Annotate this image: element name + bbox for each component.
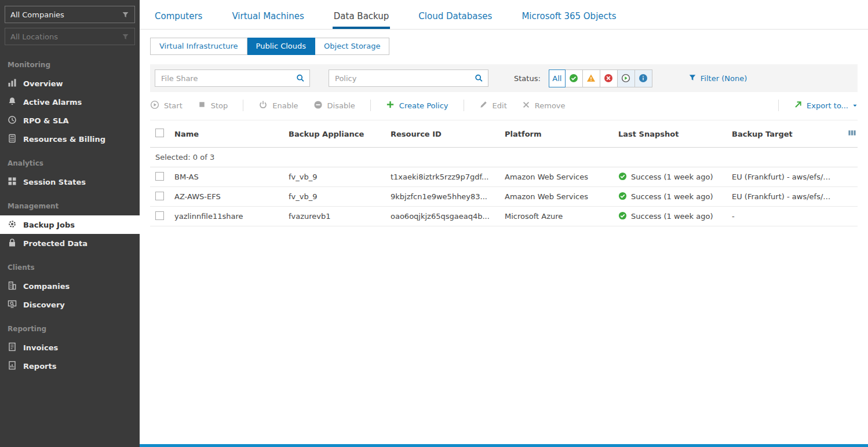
billing-icon xyxy=(8,134,17,145)
row-checkbox[interactable] xyxy=(155,211,164,220)
status-filter-success[interactable] xyxy=(565,69,583,87)
status-filter-info[interactable] xyxy=(634,69,652,87)
toolbar-separator xyxy=(243,100,243,111)
sidebar-item-reports[interactable]: Reports xyxy=(0,357,140,375)
stop-label: Stop xyxy=(211,101,228,110)
sidebar: All Companies All Locations Monitoring O… xyxy=(0,0,140,447)
cell-backup-target: EU (Frankfurt) - aws/efs/a... xyxy=(732,192,838,201)
sidebar-item-backup-jobs[interactable]: Backup Jobs xyxy=(0,215,140,234)
toolbar-separator xyxy=(464,100,464,111)
funnel-icon xyxy=(122,11,129,19)
sidebar-item-protected-data[interactable]: Protected Data xyxy=(0,234,140,252)
cell-last-snapshot: Success (1 week ago) xyxy=(618,211,732,222)
success-icon xyxy=(618,211,627,222)
cell-backup-appliance: fv_vb_9 xyxy=(289,173,391,181)
column-header-backup-appliance[interactable]: Backup Appliance xyxy=(289,130,391,138)
select-all-checkbox[interactable] xyxy=(155,129,164,137)
column-header-platform[interactable]: Platform xyxy=(505,130,618,138)
column-header-name[interactable]: Name xyxy=(174,130,289,138)
start-button[interactable]: Start xyxy=(150,100,183,111)
column-header-backup-target[interactable]: Backup Target xyxy=(732,130,838,138)
enable-button[interactable]: Enable xyxy=(258,100,298,111)
status-filter-warning[interactable] xyxy=(582,69,600,87)
tab-computers[interactable]: Computers xyxy=(154,6,203,29)
sidebar-item-session-states[interactable]: Session States xyxy=(0,173,140,191)
tab-microsoft-365-objects[interactable]: Microsoft 365 Objects xyxy=(520,6,617,29)
table-row[interactable]: yazlinnfile11share fvazurevb1 oao6oqjkjz… xyxy=(150,207,858,226)
sidebar-item-overview[interactable]: Overview xyxy=(0,74,140,93)
column-header-resource-id[interactable]: Resource ID xyxy=(391,130,505,138)
subtab-virtual-infrastructure[interactable]: Virtual Infrastructure xyxy=(150,38,247,55)
selection-summary: Selected: 0 of 3 xyxy=(150,148,858,167)
row-checkbox[interactable] xyxy=(155,172,164,181)
policy-input[interactable] xyxy=(329,69,488,87)
edit-button[interactable]: Edit xyxy=(479,100,507,111)
subtab-object-storage[interactable]: Object Storage xyxy=(315,38,389,55)
sidebar-item-companies[interactable]: Companies xyxy=(0,277,140,295)
edit-label: Edit xyxy=(493,101,507,110)
sidebar-item-resources-billing[interactable]: Resources & Billing xyxy=(0,130,140,148)
bell-icon xyxy=(8,97,17,108)
create-policy-button[interactable]: Create Policy xyxy=(386,100,448,111)
error-icon xyxy=(604,74,613,83)
grid-icon xyxy=(8,177,17,188)
table-row[interactable]: AZ-AWS-EFS fv_vb_9 9kbjzfcn1e9we5hhey83.… xyxy=(150,187,858,207)
company-filter[interactable]: All Companies xyxy=(5,6,135,23)
cell-backup-appliance: fv_vb_9 xyxy=(289,192,391,201)
sidebar-nav: Monitoring Overview Active Alarms RPO & … xyxy=(0,50,140,375)
sidebar-item-label: Backup Jobs xyxy=(23,221,75,229)
export-arrow-icon xyxy=(794,100,803,111)
search-icon[interactable] xyxy=(296,74,305,83)
plus-icon xyxy=(386,100,395,111)
stop-square-icon xyxy=(198,100,206,111)
sidebar-item-discovery[interactable]: Discovery xyxy=(0,295,140,314)
tab-data-backup[interactable]: Data Backup xyxy=(333,6,391,29)
sidebar-item-rpo-sla[interactable]: RPO & SLA xyxy=(0,111,140,130)
status-filter-running[interactable] xyxy=(617,69,635,87)
sidebar-item-active-alarms[interactable]: Active Alarms xyxy=(0,93,140,111)
section-label-clients: Clients xyxy=(0,252,140,277)
backup-jobs-table: Name Backup Appliance Resource ID Platfo… xyxy=(150,120,858,226)
running-icon xyxy=(621,74,630,83)
disable-button[interactable]: Disable xyxy=(313,100,355,111)
clock-gauge-icon xyxy=(8,115,17,126)
cell-platform: Microsoft Azure xyxy=(505,212,618,221)
cell-resource-id: oao6oqjkjz65qsgaeaq4b... xyxy=(391,212,505,221)
toolbar-separator xyxy=(778,100,779,111)
filter-none-label: Filter (None) xyxy=(701,74,747,83)
status-filter-all[interactable]: All xyxy=(549,69,566,87)
overview-icon xyxy=(8,78,17,89)
tab-cloud-databases[interactable]: Cloud Databases xyxy=(417,6,493,29)
sidebar-item-label: Reports xyxy=(23,362,56,371)
cell-platform: Amazon Web Services xyxy=(505,192,618,201)
column-chooser[interactable] xyxy=(838,129,858,139)
start-label: Start xyxy=(164,101,183,110)
search-icon[interactable] xyxy=(475,74,483,83)
discovery-icon xyxy=(8,299,17,310)
app-window: All Companies All Locations Monitoring O… xyxy=(0,0,868,447)
remove-label: Remove xyxy=(535,101,566,110)
export-button[interactable]: Export to... xyxy=(794,100,858,111)
filter-none-button[interactable]: Filter (None) xyxy=(688,74,747,83)
policy-search xyxy=(329,69,488,87)
cell-name: yazlinnfile11share xyxy=(174,212,289,221)
sidebar-item-label: Resources & Billing xyxy=(23,135,105,144)
section-label-reporting: Reporting xyxy=(0,314,140,338)
cell-name: BM-AS xyxy=(174,173,289,181)
tab-virtual-machines[interactable]: Virtual Machines xyxy=(231,6,305,29)
export-label: Export to... xyxy=(807,101,848,110)
filter-funnel-icon xyxy=(688,74,696,83)
section-label-analytics: Analytics xyxy=(0,148,140,173)
sidebar-item-label: Active Alarms xyxy=(23,98,82,107)
location-filter[interactable]: All Locations xyxy=(5,28,135,45)
remove-button[interactable]: Remove xyxy=(522,101,566,111)
status-filter-error[interactable] xyxy=(600,69,618,87)
table-row[interactable]: BM-AS fv_vb_9 t1xaeki8iztrk5rzz9p7gdf...… xyxy=(150,167,858,187)
sidebar-item-label: Protected Data xyxy=(23,239,87,248)
file-share-input[interactable] xyxy=(155,69,310,87)
row-checkbox[interactable] xyxy=(155,192,164,200)
stop-button[interactable]: Stop xyxy=(198,100,228,111)
subtab-public-clouds[interactable]: Public Clouds xyxy=(247,38,316,55)
sidebar-item-invoices[interactable]: Invoices xyxy=(0,338,140,357)
column-header-last-snapshot[interactable]: Last Snapshot xyxy=(618,130,732,138)
